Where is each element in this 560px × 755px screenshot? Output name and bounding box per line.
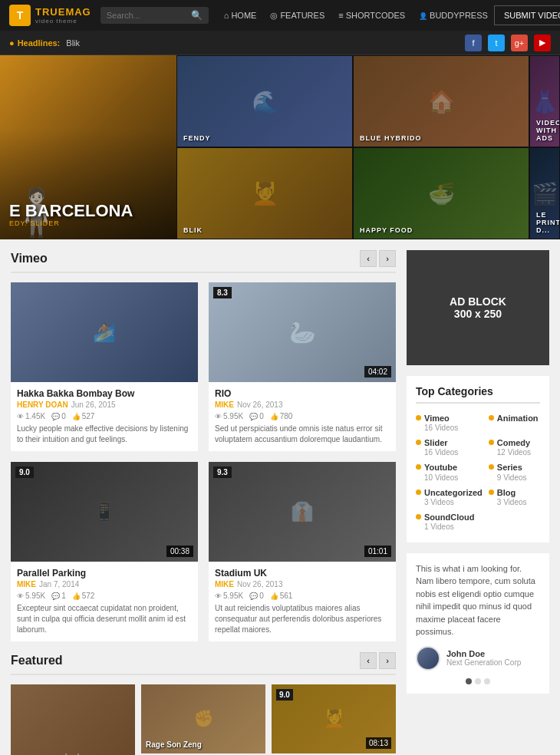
cat-count-series: 9 Videos	[497, 473, 527, 482]
featured-rage[interactable]: ✊ Rage Son Zeng	[141, 684, 265, 754]
cat-name-series: Series	[497, 463, 527, 473]
cat-dot-animation	[489, 415, 494, 420]
video-title-4[interactable]: Stadium UK	[215, 568, 390, 579]
video-info-3: Parallel Parking MIKE Jan 7, 2014 👁5.95K…	[11, 562, 198, 641]
search-bar[interactable]: 🔍	[100, 7, 209, 24]
twitter-icon[interactable]: t	[488, 35, 505, 51]
hero-main-text: E BARCELONA EDY. SLIDER	[9, 203, 133, 227]
top-categories-title: Top Categories	[416, 385, 540, 404]
video-meta-1: HENRY DOAN Jun 26, 2015	[17, 401, 192, 409]
cat-name-comedy: Comedy	[497, 438, 531, 448]
featured-score-blik: 9.0	[276, 689, 293, 701]
video-stats-4: 👁5.95K 💬0 👍561	[215, 592, 390, 600]
featured-main[interactable]: 🏘 A Google Drive URL Video	[11, 684, 135, 755]
cat-dot-slider	[416, 440, 421, 445]
cat-youtube[interactable]: Youtube 10 Videos	[416, 460, 483, 483]
googleplus-icon[interactable]: g+	[511, 35, 528, 51]
cat-dot-youtube	[416, 464, 421, 470]
dot-2[interactable]	[475, 678, 481, 684]
likes-icon-4: 👍	[270, 592, 278, 600]
featured-prev-button[interactable]: ‹	[360, 652, 377, 669]
search-input[interactable]	[107, 11, 191, 20]
youtube-icon[interactable]: ▶	[534, 35, 551, 51]
views-icon-2: 👁	[215, 413, 222, 420]
video-thumb-3[interactable]: 📱 9.0 00:38	[11, 462, 198, 562]
featured-grid: 🏘 A Google Drive URL Video ✊ Rage Son Ze…	[11, 684, 396, 755]
featured-thumb-rage[interactable]: ✊ Rage Son Zeng	[141, 684, 265, 753]
comments-icon-2: 💬	[249, 413, 258, 420]
featured-label-rage: Rage Son Zeng	[146, 740, 202, 749]
cat-name-animation: Animation	[497, 414, 539, 424]
categories-grid: Vimeo 16 Videos Animation Slider 16 Vide…	[416, 411, 540, 533]
featured-next-button[interactable]: ›	[379, 652, 396, 669]
cat-comedy[interactable]: Comedy 12 Videos	[489, 436, 540, 459]
search-icon: 🔍	[191, 10, 203, 21]
nav-buddypress[interactable]: BUDDYPRESS	[413, 11, 494, 20]
testimonial-author: John Doe Next Generation Corp	[416, 646, 540, 671]
cat-vimeo[interactable]: Vimeo 16 Videos	[416, 411, 483, 434]
ad-block: AD BLOCK 300 x 250	[407, 250, 549, 365]
video-card-4: 👔 9.3 01:01 Stadium UK MIKE Nov 26, 2013…	[209, 462, 396, 641]
logo[interactable]: T TRUEMAG video theme	[9, 5, 91, 26]
submit-video-button[interactable]: SUBMIT VIDEO	[494, 5, 560, 25]
hero-label-leprintemps: LE PRINTEMPS D...	[536, 211, 560, 234]
video-desc-1: Lucky people make effective decisions by…	[17, 424, 192, 445]
cat-dot-blog	[489, 490, 494, 495]
vimeo-prev-button[interactable]: ‹	[360, 250, 377, 267]
cat-uncategorized[interactable]: Uncategorized 3 Videos	[416, 486, 483, 509]
featured-blik[interactable]: 💆 9.0 08:13	[272, 684, 396, 754]
video-title-2[interactable]: RIO	[215, 388, 390, 399]
hero-main[interactable]: 🧍 E BARCELONA EDY. SLIDER	[0, 55, 176, 239]
vimeo-next-button[interactable]: ›	[379, 250, 396, 267]
video-info-2: RIO MIKE Nov 26, 2013 👁5.95K 💬0 👍780 Sed…	[209, 382, 396, 451]
nav-home[interactable]: HOME	[218, 11, 263, 20]
hero-cell-leprintemps[interactable]: 🎬 LE PRINTEMPS D...	[529, 147, 560, 239]
vimeo-nav-arrows: ‹ ›	[360, 250, 396, 267]
vimeo-title: Vimeo	[11, 252, 48, 265]
featured-thumb-main[interactable]: 🏘 A Google Drive URL Video	[11, 684, 135, 755]
video-thumb-4[interactable]: 👔 9.3 01:01	[209, 462, 396, 562]
video-author-2: MIKE	[215, 401, 234, 409]
hero-cell-videowithads[interactable]: 👗 VIDEO WITH ADS	[529, 55, 560, 147]
cat-animation[interactable]: Animation	[489, 411, 540, 434]
views-icon-3: 👁	[17, 592, 24, 600]
dot-3[interactable]	[484, 678, 490, 684]
nav-shortcodes[interactable]: SHORTCODES	[332, 11, 411, 20]
logo-icon: T	[9, 5, 31, 26]
hero-cell-blik[interactable]: 💆 BLIK	[176, 147, 353, 239]
video-meta-3: MIKE Jan 7, 2014	[17, 580, 192, 589]
author-info: John Doe Next Generation Corp	[446, 649, 521, 667]
hero-cell-fendy[interactable]: 🌊 FENDY	[176, 55, 353, 147]
ticker-text: Blik	[66, 38, 465, 48]
main-container: Vimeo ‹ › 🏄 Hakka Bakka Bombay Bow HENRY…	[0, 239, 560, 755]
video-title-3[interactable]: Parallel Parking	[17, 568, 192, 579]
hero-cell-happyfood[interactable]: 🍜 HAPPY FOOD	[353, 147, 529, 239]
hero-cell-bluehybrido[interactable]: 🏠 BLUE HYBRIDO	[353, 55, 529, 147]
video-thumb-2[interactable]: 🦢 8.3 04:02	[209, 282, 396, 382]
cat-soundcloud[interactable]: SoundCloud 1 Videos	[416, 510, 483, 533]
facebook-icon[interactable]: f	[465, 35, 482, 51]
cat-count-slider: 16 Videos	[424, 448, 458, 457]
video-card-3: 📱 9.0 00:38 Parallel Parking MIKE Jan 7,…	[11, 462, 198, 641]
cat-blog[interactable]: Blog 3 Videos	[489, 486, 540, 509]
comments-icon-4: 💬	[249, 592, 258, 600]
video-author-3: MIKE	[17, 580, 36, 589]
cat-slider[interactable]: Slider 16 Videos	[416, 436, 483, 459]
video-thumb-1[interactable]: 🏄	[11, 282, 198, 382]
featured-thumb-blik[interactable]: 💆 9.0 08:13	[272, 684, 396, 753]
cat-count-soundcloud: 1 Videos	[424, 523, 474, 531]
dot-1[interactable]	[466, 678, 472, 684]
main-nav: HOME FEATURES SHORTCODES BUDDYPRESS	[218, 11, 494, 21]
cat-name-soundcloud: SoundCloud	[424, 513, 474, 523]
video-score-4: 9.3	[213, 467, 232, 478]
content-area: Vimeo ‹ › 🏄 Hakka Bakka Bombay Bow HENRY…	[0, 239, 407, 755]
video-info-1: Hakka Bakka Bombay Bow HENRY DOAN Jun 26…	[11, 382, 198, 451]
cat-series[interactable]: Series 9 Videos	[489, 460, 540, 483]
comments-icon: 💬	[51, 413, 60, 420]
video-title-1[interactable]: Hakka Bakka Bombay Bow	[17, 388, 192, 399]
video-stats-1: 👁1.45K 💬0 👍527	[17, 412, 192, 420]
hero-label-happyfood: HAPPY FOOD	[360, 226, 413, 234]
video-desc-4: Ut aut reiciendis voluptatibus maiores a…	[215, 603, 390, 635]
nav-features[interactable]: FEATURES	[264, 11, 331, 21]
cat-name-slider: Slider	[424, 438, 458, 448]
